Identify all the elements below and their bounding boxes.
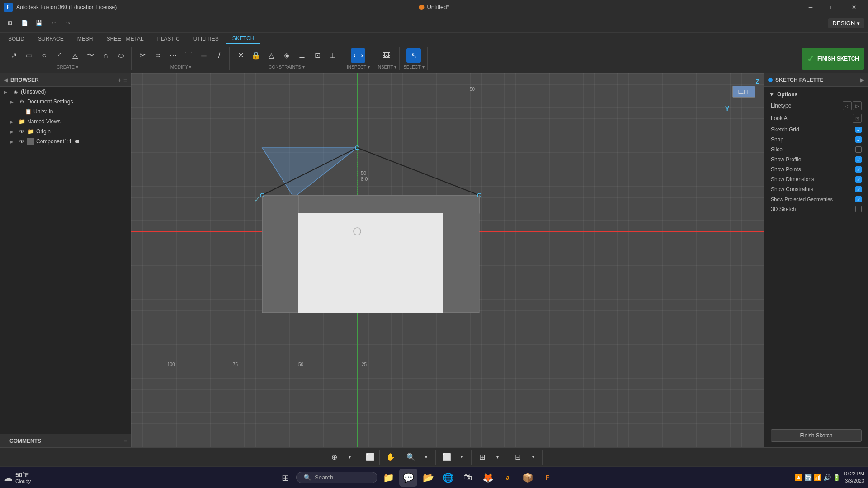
tree-item-unsaved[interactable]: ▶ ◈ (Unsaved) xyxy=(0,87,131,97)
tab-surface[interactable]: SURFACE xyxy=(32,34,70,44)
constraints-label[interactable]: CONSTRAINTS ▾ xyxy=(269,65,304,70)
select-label[interactable]: SELECT ▾ xyxy=(403,65,425,70)
finish-sketch-palette-button[interactable]: Finish Sketch xyxy=(771,429,862,442)
inspect-label[interactable]: INSPECT ▾ xyxy=(347,65,370,70)
browser-back-icon[interactable]: ◀ xyxy=(4,77,8,83)
design-dropdown[interactable]: DESIGN ▾ xyxy=(828,18,864,28)
select-tool[interactable]: ↖ xyxy=(406,48,421,63)
show-projected-geometries-checkbox[interactable]: ✓ xyxy=(855,196,862,202)
modify-label[interactable]: MODIFY ▾ xyxy=(170,65,191,70)
rectangle-tool[interactable]: ▭ xyxy=(22,48,36,63)
parallel-tool[interactable]: ⊡ xyxy=(310,48,325,63)
extend-tool[interactable]: ⊃ xyxy=(151,48,165,63)
taskbar-start-button[interactable]: ⊞ xyxy=(276,469,294,487)
left-face-button[interactable]: LEFT xyxy=(732,86,755,98)
conic-tool[interactable]: ∩ xyxy=(99,48,113,63)
new-file-button[interactable]: 📄 xyxy=(18,17,31,29)
taskbar-search[interactable]: 🔍 Search xyxy=(296,472,377,483)
polygon-tool[interactable]: △ xyxy=(68,48,82,63)
grid-button[interactable]: ⊞ xyxy=(475,450,490,465)
tray-wifi-icon[interactable]: 📶 xyxy=(814,474,821,481)
show-points-checkbox[interactable]: ✓ xyxy=(855,166,862,173)
tree-item-units[interactable]: ▶ 📋 Units: in xyxy=(0,107,131,117)
show-profile-checkbox[interactable]: ✓ xyxy=(855,156,862,163)
line-tool[interactable]: ↗ xyxy=(6,48,21,63)
tray-sync-icon[interactable]: 🔄 xyxy=(804,474,812,481)
tab-sheet-metal[interactable]: SHEET METAL xyxy=(100,34,150,44)
create-label[interactable]: CREATE ▾ xyxy=(57,65,78,70)
undo-button[interactable]: ↩ xyxy=(47,17,60,29)
fix-tool[interactable]: ◈ xyxy=(279,48,294,63)
perpendicular-tool[interactable]: ⊥ xyxy=(295,48,309,63)
comments-expand-icon[interactable]: + xyxy=(4,438,7,444)
tray-volume-icon[interactable]: 🔊 xyxy=(823,474,831,481)
taskbar-dropbox[interactable]: 📦 xyxy=(519,469,537,487)
coincident-tool[interactable]: ✕ xyxy=(233,48,248,63)
3d-sketch-checkbox[interactable] xyxy=(855,206,862,212)
pan-button[interactable]: ✋ xyxy=(383,450,398,465)
finish-sketch-button[interactable]: ✓ FINISH SKETCH xyxy=(802,48,864,70)
tray-chevron-icon[interactable]: 🔼 xyxy=(795,474,802,481)
palette-collapse-icon[interactable]: ▶ xyxy=(860,77,864,83)
tree-item-origin[interactable]: ▶ 👁 📁 Origin xyxy=(0,127,131,136)
taskbar-teams[interactable]: 💬 xyxy=(399,469,417,487)
display-button[interactable]: ⬜ xyxy=(363,450,377,465)
browser-add-icon[interactable]: + xyxy=(118,76,122,84)
taskbar-file-manager[interactable]: 📂 xyxy=(419,469,437,487)
grid-menu-button[interactable]: ⊞ xyxy=(4,17,16,29)
insert-image-tool[interactable]: 🖼 xyxy=(379,48,394,63)
ellipse-tool[interactable]: ⬭ xyxy=(114,48,128,63)
insert-label[interactable]: INSERT ▾ xyxy=(377,65,396,70)
environment-button[interactable]: ⊟ xyxy=(511,450,525,465)
linetype-btn-2[interactable]: ▷ xyxy=(853,101,862,110)
spline-tool[interactable]: 〜 xyxy=(83,48,98,63)
view-box-dropdown[interactable]: ▾ xyxy=(455,450,469,465)
canvas-area[interactable]: 100 75 50 25 50 50 8.0 xyxy=(131,73,764,447)
taskbar-file-explorer[interactable]: 📁 xyxy=(379,469,397,487)
show-dimensions-checkbox[interactable]: ✓ xyxy=(855,176,862,183)
tree-item-doc-settings[interactable]: ▶ ⚙ Document Settings xyxy=(0,97,131,107)
concentric-tool[interactable]: △ xyxy=(264,48,278,63)
taskbar-edge[interactable]: 🌐 xyxy=(439,469,457,487)
snap-checkbox[interactable]: ✓ xyxy=(855,136,862,143)
taskbar-ms-store[interactable]: 🛍 xyxy=(459,469,477,487)
dimension-tool[interactable]: ⟷ xyxy=(351,48,365,63)
trim-tool[interactable]: ✂ xyxy=(135,48,150,63)
tree-item-component1[interactable]: ▶ 👁 Component1:1 xyxy=(0,136,131,146)
comments-menu-icon[interactable]: ≡ xyxy=(124,438,127,444)
tab-solid[interactable]: SOLID xyxy=(2,34,31,44)
circle-tool[interactable]: ○ xyxy=(37,48,52,63)
tree-item-named-views[interactable]: ▶ 📁 Named Views xyxy=(0,117,131,127)
view-box-button[interactable]: ⬜ xyxy=(439,450,454,465)
slice-checkbox[interactable] xyxy=(855,146,862,153)
sketch-grid-checkbox[interactable]: ✓ xyxy=(855,127,862,133)
tab-mesh[interactable]: MESH xyxy=(71,34,99,44)
break-tool[interactable]: ⋯ xyxy=(166,48,180,63)
zoom-dropdown[interactable]: ▾ xyxy=(419,450,434,465)
tray-battery-icon[interactable]: 🔋 xyxy=(833,474,840,481)
show-constraints-checkbox[interactable]: ✓ xyxy=(855,186,862,192)
pivot-dropdown[interactable]: ▾ xyxy=(343,450,357,465)
close-button[interactable]: ✕ xyxy=(844,0,864,14)
collinear-tool[interactable]: 🔒 xyxy=(249,48,263,63)
tangent-tool[interactable]: ⟂ xyxy=(326,48,340,63)
redo-button[interactable]: ↪ xyxy=(61,17,74,29)
fillet-tool[interactable]: ⌒ xyxy=(181,48,196,63)
taskbar-amazon[interactable]: a xyxy=(499,469,517,487)
mirror-tool[interactable]: / xyxy=(212,48,226,63)
zoom-button[interactable]: 🔍 xyxy=(404,450,418,465)
system-clock[interactable]: 10:22 PM 3/3/2023 xyxy=(843,470,864,484)
lookat-button[interactable]: ⊡ xyxy=(853,114,862,123)
maximize-button[interactable]: □ xyxy=(822,0,843,14)
taskbar-fusion360[interactable]: F xyxy=(538,469,557,487)
grid-dropdown[interactable]: ▾ xyxy=(491,450,505,465)
offset-tool[interactable]: ═ xyxy=(197,48,211,63)
options-section-header[interactable]: ▼ Options xyxy=(764,89,868,99)
environment-dropdown[interactable]: ▾ xyxy=(526,450,541,465)
arc-tool[interactable]: ◜ xyxy=(52,48,67,63)
pivot-button[interactable]: ⊕ xyxy=(327,450,342,465)
save-button[interactable]: 💾 xyxy=(33,17,45,29)
tab-sketch[interactable]: SKETCH xyxy=(226,33,261,44)
linetype-btn-1[interactable]: ◁ xyxy=(843,101,852,110)
minimize-button[interactable]: ─ xyxy=(800,0,821,14)
